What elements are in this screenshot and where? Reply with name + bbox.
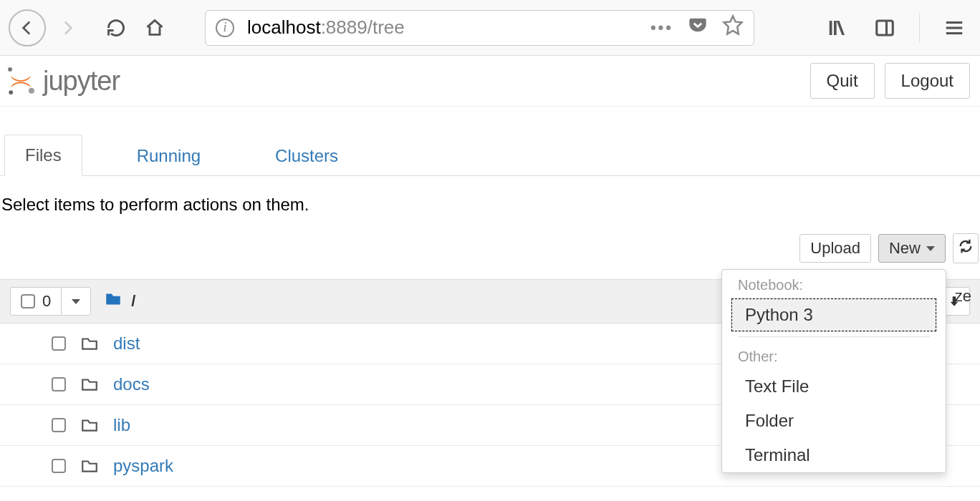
new-button[interactable]: New [878,234,946,263]
file-name[interactable]: pyspark [113,456,173,476]
size-column-partial: ze [955,287,971,306]
browser-toolbar: i localhost:8889/tree ••• [0,0,980,56]
dropdown-divider [738,336,930,337]
dropdown-section-notebook: Notebook: [722,270,946,298]
star-icon[interactable] [722,14,744,41]
sidebar-icon[interactable] [868,11,902,45]
dropdown-item-folder[interactable]: Folder [722,404,946,438]
dropdown-item-python3[interactable]: Python 3 [731,298,937,332]
row-checkbox[interactable] [52,377,66,391]
folder-outline-icon [80,375,99,394]
folder-outline-icon [80,334,99,353]
forward-button[interactable] [50,11,85,45]
svg-rect-2 [877,21,893,35]
jupyter-header: jupyter Quit Logout [0,56,980,107]
toolbar: Upload New [0,233,980,263]
url-bar[interactable]: i localhost:8889/tree ••• [205,10,754,46]
upload-button[interactable]: Upload [799,234,871,263]
file-name[interactable]: lib [113,415,130,435]
svg-point-9 [9,90,13,94]
library-icon[interactable] [820,11,855,45]
tab-files[interactable]: Files [4,135,82,176]
back-button[interactable] [9,9,46,47]
selected-count: 0 [42,292,51,311]
folder-outline-icon [80,457,99,475]
svg-point-7 [8,67,12,72]
info-icon: i [216,19,234,37]
tab-running[interactable]: Running [117,136,221,176]
home-button[interactable] [138,11,172,45]
pocket-icon[interactable] [688,15,708,40]
dropdown-section-other: Other: [722,341,946,369]
refresh-button[interactable] [953,233,979,263]
row-checkbox[interactable] [52,336,66,351]
action-hint: Select items to perform actions on them. [0,176,980,233]
main-tabs: Files Running Clusters [0,134,980,176]
breadcrumb: / [104,290,135,313]
breadcrumb-root[interactable]: / [131,292,135,311]
page-actions-icon[interactable]: ••• [650,19,673,37]
svg-rect-1 [834,21,837,35]
url-text: localhost:8889/tree [247,16,405,39]
file-name[interactable]: dist [113,334,140,354]
dropdown-item-terminal[interactable]: Terminal [722,438,946,472]
select-all-checkbox[interactable] [21,294,35,308]
jupyter-logo[interactable]: jupyter [4,64,120,97]
hamburger-menu-icon[interactable] [937,11,971,45]
folder-outline-icon [80,416,99,434]
row-checkbox[interactable] [52,418,66,432]
new-dropdown: Notebook: Python 3 Other: Text File Fold… [721,269,946,473]
select-type-dropdown[interactable] [62,288,90,315]
reload-button[interactable] [99,11,133,45]
row-checkbox[interactable] [52,459,66,473]
svg-point-8 [29,88,34,94]
select-all-group[interactable]: 0 [10,287,91,316]
file-name[interactable]: docs [113,374,150,394]
folder-icon[interactable] [104,290,123,313]
logout-button[interactable]: Logout [885,63,970,99]
dropdown-item-textfile[interactable]: Text File [722,369,946,404]
svg-rect-0 [830,21,832,35]
caret-down-icon [926,246,935,251]
tab-clusters[interactable]: Clusters [255,136,358,176]
quit-button[interactable]: Quit [810,63,875,99]
logo-text: jupyter [43,66,120,97]
divider [919,13,920,43]
caret-down-icon [72,299,80,304]
new-button-label: New [889,239,921,258]
